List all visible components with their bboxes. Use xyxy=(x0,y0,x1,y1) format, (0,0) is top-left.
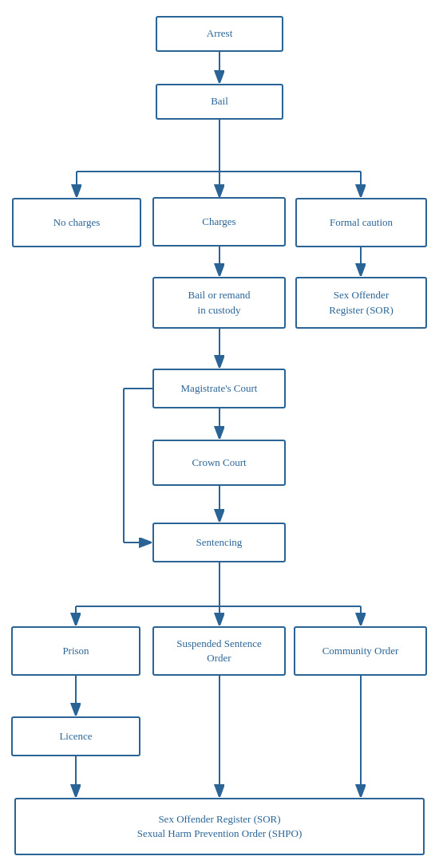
prison-box: Prison xyxy=(11,626,140,676)
charges-box: Charges xyxy=(152,197,286,247)
sor-shpo-box: Sex Offender Register (SOR) Sexual Harm … xyxy=(14,798,425,855)
bail-box: Bail xyxy=(156,84,283,120)
flowchart: Arrest Bail No charges Charges Formal ca… xyxy=(0,0,439,868)
sex-offender-register-1-box: Sex Offender Register (SOR) xyxy=(295,277,427,329)
community-order-box: Community Order xyxy=(294,626,427,676)
sentencing-box: Sentencing xyxy=(152,523,286,562)
licence-box: Licence xyxy=(11,716,140,756)
crown-court-box: Crown Court xyxy=(152,440,286,486)
magistrates-court-box: Magistrate's Court xyxy=(152,369,286,408)
bail-remand-box: Bail or remand in custody xyxy=(152,277,286,329)
arrest-box: Arrest xyxy=(156,16,283,52)
formal-caution-box: Formal caution xyxy=(295,198,427,247)
suspended-sentence-box: Suspended Sentence Order xyxy=(152,626,286,676)
no-charges-box: No charges xyxy=(12,198,141,247)
